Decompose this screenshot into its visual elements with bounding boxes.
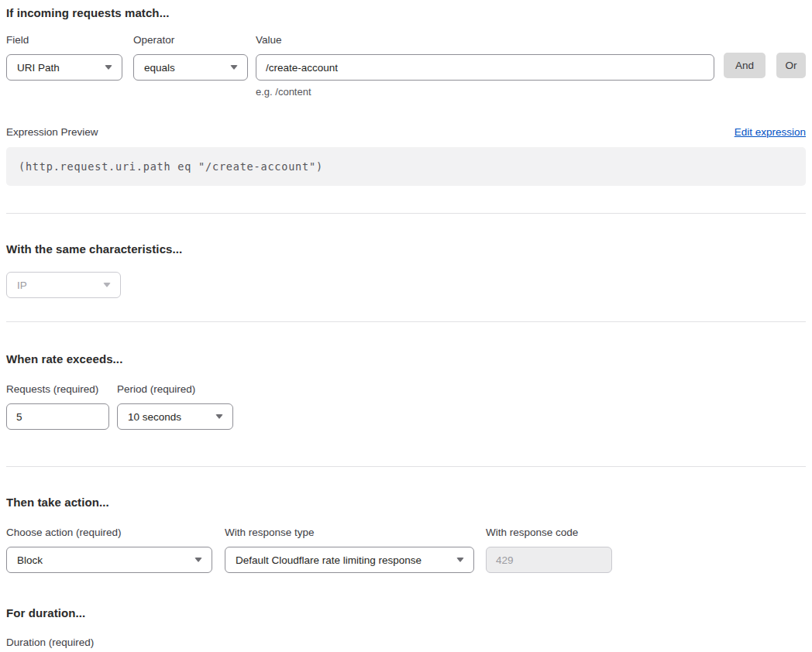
edit-expression-link[interactable]: Edit expression — [735, 126, 806, 138]
section-divider — [6, 466, 806, 467]
field-dropdown[interactable]: URI Path — [6, 54, 122, 81]
action-dropdown-value: Block — [17, 554, 43, 566]
response-type-label: With response type — [225, 527, 474, 538]
operator-dropdown[interactable]: equals — [133, 54, 248, 81]
action-section-title: Then take action... — [6, 496, 806, 509]
chevron-down-icon — [194, 558, 202, 562]
duration-label: Duration (required) — [6, 637, 121, 648]
operator-dropdown-value: equals — [144, 62, 175, 74]
value-hint: e.g. /content — [256, 86, 714, 98]
period-dropdown[interactable]: 10 seconds — [117, 403, 233, 430]
or-button[interactable]: Or — [776, 53, 806, 78]
chevron-down-icon — [103, 283, 111, 287]
expression-preview-label: Expression Preview — [6, 126, 98, 138]
choose-action-label: Choose action (required) — [6, 527, 212, 538]
period-label: Period (required) — [117, 383, 233, 395]
duration-section-title: For duration... — [6, 606, 806, 619]
expression-code: (http.request.uri.path eq "/create-accou… — [19, 160, 323, 173]
rate-limiting-rule-form: If incoming requests match... Field URI … — [0, 0, 812, 652]
rate-row: Requests (required) Period (required) 10… — [6, 383, 806, 430]
value-input[interactable] — [256, 54, 714, 81]
match-section-title: If incoming requests match... — [6, 6, 806, 19]
requests-label: Requests (required) — [6, 383, 109, 395]
section-divider — [6, 213, 806, 214]
action-row: Choose action (required) Block With resp… — [6, 527, 806, 573]
action-dropdown[interactable]: Block — [6, 547, 212, 573]
characteristic-dropdown: IP — [6, 272, 121, 298]
chevron-down-icon — [230, 65, 238, 70]
and-button[interactable]: And — [724, 53, 766, 78]
field-label: Field — [6, 34, 122, 46]
requests-input[interactable] — [6, 403, 109, 430]
expression-preview-box: (http.request.uri.path eq "/create-accou… — [6, 147, 806, 186]
period-dropdown-value: 10 seconds — [128, 411, 181, 423]
operator-label: Operator — [133, 34, 248, 46]
field-dropdown-value: URI Path — [17, 62, 60, 74]
chevron-down-icon — [105, 65, 112, 70]
response-type-dropdown-value: Default Cloudflare rate limiting respons… — [236, 554, 421, 566]
value-label: Value — [256, 34, 714, 46]
section-divider — [6, 321, 806, 322]
characteristic-dropdown-value: IP — [17, 280, 27, 291]
response-code-label: With response code — [486, 527, 612, 538]
rate-section-title: When rate exceeds... — [6, 352, 806, 365]
characteristics-section-title: With the same characteristics... — [6, 242, 806, 256]
match-row: Field URI Path Operator equals Value e.g… — [6, 34, 806, 98]
response-type-dropdown[interactable]: Default Cloudflare rate limiting respons… — [225, 547, 474, 573]
chevron-down-icon — [456, 558, 464, 562]
response-code-input — [486, 547, 612, 573]
chevron-down-icon — [215, 414, 223, 419]
